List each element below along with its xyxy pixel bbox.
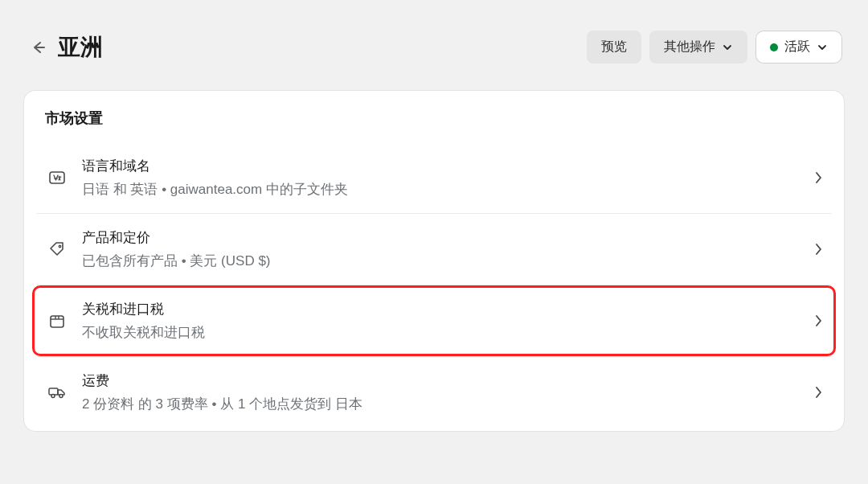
back-button[interactable]	[26, 35, 51, 60]
delivery-icon	[45, 380, 69, 404]
chevron-down-icon	[722, 42, 733, 53]
settings-item-shipping[interactable]: 运费 2 份资料 的 3 项费率 • 从 1 个地点发货到 日本	[32, 357, 836, 428]
language-icon	[45, 166, 69, 190]
item-title: 运费	[82, 371, 813, 390]
preview-label: 预览	[601, 39, 627, 55]
item-subtitle: 已包含所有产品 • 美元 (USD $)	[82, 252, 813, 270]
preview-button[interactable]: 预览	[587, 31, 641, 64]
header-actions: 预览 其他操作 活跃	[587, 31, 842, 64]
svg-point-1	[59, 245, 60, 247]
item-subtitle: 2 份资料 的 3 项费率 • 从 1 个地点发货到 日本	[82, 395, 813, 413]
svg-point-5	[59, 395, 63, 398]
package-icon	[45, 309, 69, 333]
svg-rect-2	[51, 316, 63, 327]
settings-item-language-domain[interactable]: 语言和域名 日语 和 英语 • gaiwantea.com 中的子文件夹	[32, 142, 836, 213]
chevron-right-icon	[813, 385, 823, 400]
section-title: 市场设置	[24, 109, 844, 142]
chevron-right-icon	[813, 170, 823, 185]
more-actions-label: 其他操作	[664, 39, 715, 55]
svg-point-4	[51, 395, 55, 398]
more-actions-button[interactable]: 其他操作	[649, 31, 747, 64]
item-title: 关税和进口税	[82, 300, 813, 318]
item-subtitle: 日语 和 英语 • gaiwantea.com 中的子文件夹	[82, 180, 813, 199]
arrow-left-icon	[31, 39, 47, 55]
item-subtitle: 不收取关税和进口税	[82, 323, 813, 342]
item-body: 语言和域名 日语 和 英语 • gaiwantea.com 中的子文件夹	[82, 157, 813, 199]
item-title: 产品和定价	[82, 228, 813, 247]
settings-item-duties-taxes[interactable]: 关税和进口税 不收取关税和进口税	[32, 285, 836, 356]
item-body: 运费 2 份资料 的 3 项费率 • 从 1 个地点发货到 日本	[82, 371, 813, 413]
price-tag-icon	[45, 237, 69, 261]
item-title: 语言和域名	[82, 157, 813, 175]
chevron-right-icon	[813, 314, 823, 328]
status-dot-icon	[770, 43, 778, 51]
page-title: 亚洲	[58, 32, 587, 63]
chevron-down-icon	[817, 42, 828, 53]
status-button[interactable]: 活跃	[755, 31, 842, 64]
settings-item-products-pricing[interactable]: 产品和定价 已包含所有产品 • 美元 (USD $)	[32, 214, 836, 285]
item-body: 关税和进口税 不收取关税和进口税	[82, 300, 813, 342]
item-body: 产品和定价 已包含所有产品 • 美元 (USD $)	[82, 228, 813, 270]
market-settings-card: 市场设置 语言和域名 日语 和 英语 • gaiwantea.com 中的子文件…	[24, 91, 844, 431]
page-header: 亚洲 预览 其他操作 活跃	[0, 0, 868, 80]
settings-list: 语言和域名 日语 和 英语 • gaiwantea.com 中的子文件夹 产品和…	[24, 142, 844, 428]
status-label: 活跃	[784, 39, 810, 55]
chevron-right-icon	[813, 242, 823, 256]
